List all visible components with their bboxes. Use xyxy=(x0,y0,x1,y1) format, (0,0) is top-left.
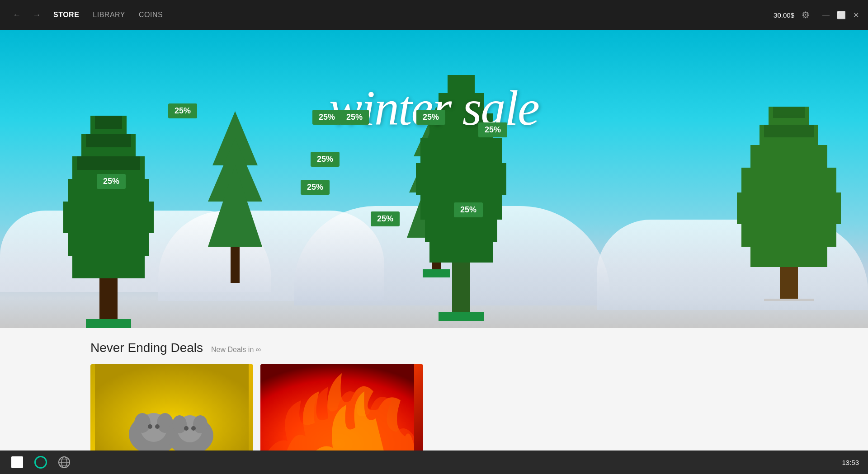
discount-badge-5: 25% xyxy=(478,122,507,137)
globe-icon xyxy=(58,456,71,469)
main-content: winter sale xyxy=(0,30,868,474)
nav-store[interactable]: STORE xyxy=(53,11,79,19)
discount-badge-10: 25% xyxy=(454,202,483,217)
svg-rect-27 xyxy=(737,192,841,224)
svg-rect-38 xyxy=(416,163,506,195)
svg-rect-33 xyxy=(764,299,814,301)
tree-4 xyxy=(732,98,845,301)
tree-1 xyxy=(63,102,154,328)
forward-button[interactable]: → xyxy=(29,9,44,22)
discount-badge-4: 25% xyxy=(416,110,445,125)
minimize-button[interactable]: — xyxy=(822,11,830,19)
navigation-arrows: ← → xyxy=(9,9,44,22)
svg-rect-4 xyxy=(63,202,154,233)
nav-links: STORE LIBRARY COINS xyxy=(53,11,163,19)
nav-library[interactable]: LIBRARY xyxy=(93,11,125,19)
deals-cards xyxy=(90,364,778,464)
taskbar-square-icon[interactable] xyxy=(9,454,25,470)
deals-header: Never Ending Deals New Deals in ∞ xyxy=(90,341,778,355)
svg-rect-10 xyxy=(99,278,118,324)
svg-rect-42 xyxy=(452,263,470,317)
circle-icon xyxy=(34,456,47,469)
balance-display: 30.00$ xyxy=(774,11,794,19)
deals-subtitle: New Deals in ∞ xyxy=(211,346,261,354)
svg-point-56 xyxy=(184,426,189,431)
svg-point-57 xyxy=(191,426,196,431)
svg-point-55 xyxy=(193,415,208,433)
discount-badge-2: 25% xyxy=(312,110,341,125)
game2-art xyxy=(260,364,414,464)
taskbar-globe-icon[interactable] xyxy=(56,454,72,470)
back-button[interactable]: ← xyxy=(9,9,24,22)
deals-title: Never Ending Deals xyxy=(90,341,203,355)
svg-rect-8 xyxy=(86,134,131,147)
svg-marker-14 xyxy=(208,165,262,247)
svg-rect-6 xyxy=(72,251,145,278)
svg-point-48 xyxy=(134,413,151,433)
discount-badge-3: 25% xyxy=(340,110,369,125)
svg-rect-11 xyxy=(86,319,131,328)
window-controls: — ⬜ ✕ xyxy=(822,11,859,19)
winter-sale-title: winter sale xyxy=(329,80,539,137)
discount-badge-6: 25% xyxy=(311,152,340,167)
topbar-right: 30.00$ ⚙ — ⬜ ✕ xyxy=(774,9,859,20)
discount-badge-1: 25% xyxy=(168,103,197,118)
svg-rect-41 xyxy=(429,238,493,263)
deal-card-1[interactable] xyxy=(90,364,253,464)
svg-rect-9 xyxy=(77,156,140,170)
discount-badge-7: 25% xyxy=(301,180,330,195)
svg-point-54 xyxy=(172,415,187,433)
svg-point-51 xyxy=(155,424,160,429)
svg-rect-32 xyxy=(780,267,798,301)
svg-rect-45 xyxy=(95,364,249,464)
svg-rect-7 xyxy=(95,116,122,129)
winter-sale-banner: winter sale xyxy=(0,30,868,328)
taskbar-time: 13:53 xyxy=(842,459,859,466)
square-icon xyxy=(11,456,23,468)
svg-rect-29 xyxy=(750,242,827,267)
restore-button[interactable]: ⬜ xyxy=(837,11,846,19)
svg-rect-15 xyxy=(231,247,240,283)
top-navigation-bar: ← → STORE LIBRARY COINS 30.00$ ⚙ — ⬜ ✕ xyxy=(0,0,868,30)
taskbar-circle-icon[interactable] xyxy=(33,454,49,470)
game1-art xyxy=(95,364,249,464)
settings-icon[interactable]: ⚙ xyxy=(802,9,810,20)
close-button[interactable]: ✕ xyxy=(853,11,859,19)
svg-rect-30 xyxy=(773,107,805,118)
nav-coins[interactable]: COINS xyxy=(139,11,163,19)
taskbar: 13:53 xyxy=(0,451,868,474)
tree-2 xyxy=(208,111,262,283)
discount-badge-9: 25% xyxy=(371,211,400,226)
discount-badge-8: 25% xyxy=(97,174,126,189)
svg-point-50 xyxy=(148,424,152,429)
svg-rect-31 xyxy=(764,125,814,137)
deal-card-2[interactable] xyxy=(260,364,423,464)
svg-rect-43 xyxy=(439,312,484,321)
